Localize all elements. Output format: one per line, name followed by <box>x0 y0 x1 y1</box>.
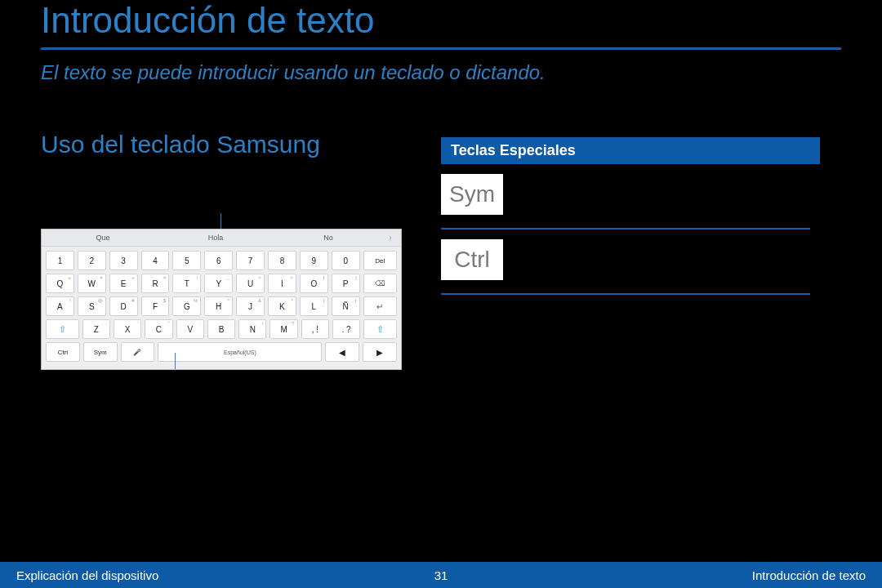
key-row-2: +Q ×W ÷E =R /T _Y <U >I [O ]P ⌫ <box>46 274 397 293</box>
key-row-4: ⇧ -Z 'X "C :V ;B !N ?M , ! . ? ⇧ <box>46 319 397 339</box>
key-cursor-left-icon: ◀ <box>325 342 359 362</box>
key-2: 2 <box>78 251 106 270</box>
page-title: Introducción de texto <box>41 0 374 41</box>
key-z: -Z <box>82 319 110 339</box>
suggestion: Que <box>47 234 159 242</box>
page-footer: Explicación del dispositivo 31 Introducc… <box>0 562 882 588</box>
ctrl-key-icon: Ctrl <box>441 239 503 280</box>
page-subtitle: El texto se puede introducir usando un t… <box>41 61 546 84</box>
key-p: ]P <box>332 274 360 293</box>
key-r: =R <box>141 274 170 293</box>
key-row-3: !A @S #D $F %G ^H &J *K (L )Ñ ↵ <box>46 296 397 316</box>
key-v: :V <box>176 319 204 339</box>
key-ctrl: Ctrl <box>46 342 80 362</box>
key-5: 5 <box>172 251 201 270</box>
key-b: ;B <box>207 319 235 339</box>
key-t: /T <box>172 274 201 293</box>
key-e: ÷E <box>109 274 138 293</box>
key-o: [O <box>300 274 328 293</box>
special-key-row-sym: Sym <box>441 164 810 229</box>
pointer-line-top <box>220 213 221 229</box>
footer-page-number: 31 <box>434 568 448 582</box>
title-underline <box>41 47 841 50</box>
key-backspace: ⌫ <box>363 274 397 293</box>
key-3: 3 <box>109 251 138 270</box>
key-1: 1 <box>46 251 74 270</box>
special-key-row-ctrl: Ctrl <box>441 229 810 295</box>
key-h: ^H <box>204 296 233 316</box>
sym-key-icon: Sym <box>441 174 503 215</box>
key-7: 7 <box>236 251 265 270</box>
key-period: . ? <box>332 319 360 339</box>
footer-left: Explicación del dispositivo <box>16 568 158 582</box>
key-l: (L <box>300 296 328 316</box>
key-shift-left: ⇧ <box>46 319 79 339</box>
key-y: _Y <box>204 274 233 293</box>
key-cursor-right-icon: ▶ <box>363 342 397 362</box>
key-sym: Sym <box>83 342 118 362</box>
key-a: !A <box>46 296 74 316</box>
key-comma: , ! <box>301 319 329 339</box>
key-del: Del <box>363 251 397 270</box>
key-4: 4 <box>141 251 170 270</box>
pointer-line-bottom <box>175 353 176 369</box>
special-keys-header: Teclas Especiales <box>441 137 820 164</box>
key-w: ×W <box>78 274 106 293</box>
key-m: ?M <box>270 319 297 339</box>
key-g: %G <box>172 296 201 316</box>
samsung-keyboard-image: Que Hola No › 1 2 3 4 5 6 7 8 9 0 Del +Q… <box>41 229 402 370</box>
key-9: 9 <box>300 251 328 270</box>
key-x: 'X <box>114 319 141 339</box>
section-heading: Uso del teclado Samsung <box>41 131 320 158</box>
key-spacebar: Español(US) <box>158 342 322 362</box>
key-j: &J <box>236 296 265 316</box>
key-8: 8 <box>268 251 296 270</box>
footer-right: Introducción de texto <box>752 568 866 582</box>
key-enye: )Ñ <box>332 296 360 316</box>
suggestion: Hola <box>159 234 272 242</box>
key-d: #D <box>109 296 138 316</box>
key-s: @S <box>78 296 106 316</box>
suggestion: No <box>272 234 385 242</box>
key-row-5: Ctrl Sym 🎤 Español(US) ◀ ▶ <box>46 342 397 362</box>
key-k: *K <box>268 296 296 316</box>
key-row-1: 1 2 3 4 5 6 7 8 9 0 Del <box>46 251 397 270</box>
key-c: "C <box>145 319 172 339</box>
key-0: 0 <box>332 251 360 270</box>
key-n: !N <box>238 319 266 339</box>
key-i: >I <box>268 274 296 293</box>
suggestion-bar: Que Hola No › <box>42 229 401 247</box>
key-f: $F <box>141 296 170 316</box>
key-u: <U <box>236 274 265 293</box>
key-q: +Q <box>46 274 74 293</box>
suggestion-more-icon: › <box>385 234 396 242</box>
key-6: 6 <box>204 251 233 270</box>
key-shift-right: ⇧ <box>363 319 397 339</box>
key-mic-icon: 🎤 <box>121 342 155 362</box>
key-enter: ↵ <box>363 296 397 316</box>
